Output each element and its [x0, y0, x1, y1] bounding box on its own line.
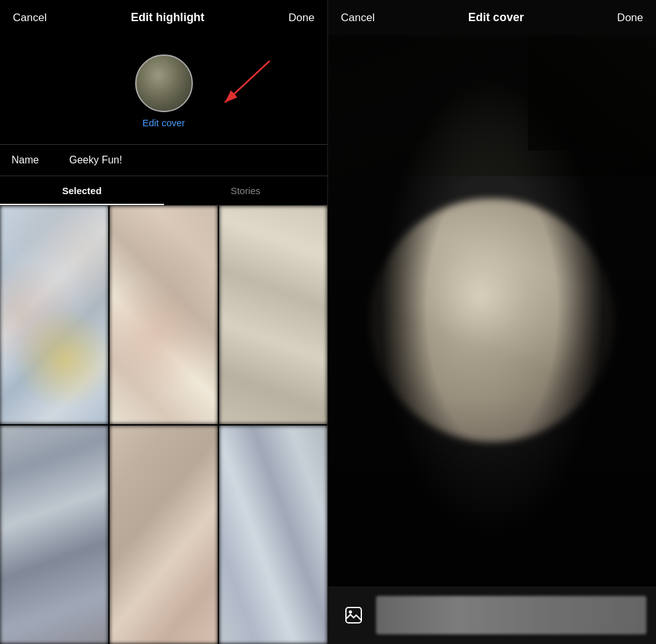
- right-cancel-button[interactable]: Cancel: [341, 12, 375, 24]
- arrow-annotation: [193, 54, 276, 121]
- cover-circle-image[interactable]: [135, 54, 193, 112]
- right-done-button[interactable]: Done: [617, 12, 643, 24]
- right-nav-title: Edit cover: [468, 11, 524, 24]
- left-cancel-button[interactable]: Cancel: [13, 12, 47, 24]
- left-panel: Cancel Edit highlight Done Edit cover Na…: [0, 0, 328, 644]
- cover-section: Edit cover: [0, 35, 327, 144]
- image-grid: [0, 206, 327, 644]
- circle-preview: [370, 199, 614, 442]
- right-nav-bar: Cancel Edit cover Done: [328, 0, 656, 35]
- edit-cover-button[interactable]: Edit cover: [142, 117, 185, 128]
- grid-cell-6[interactable]: [219, 425, 327, 644]
- grid-cell-2[interactable]: [110, 206, 218, 424]
- bottom-strip: [328, 586, 656, 644]
- left-done-button[interactable]: Done: [288, 12, 315, 24]
- circle-preview-inner: [370, 199, 614, 442]
- grid-cell-4[interactable]: [0, 425, 108, 644]
- tab-selected[interactable]: Selected: [0, 176, 164, 205]
- tabs-bar: Selected Stories: [0, 176, 327, 206]
- cover-circle-inner: [136, 56, 192, 111]
- svg-line-1: [225, 61, 270, 103]
- name-label: Name: [12, 154, 50, 166]
- right-top-texture: [528, 35, 656, 151]
- left-image-area: [0, 206, 327, 644]
- name-row: Name Geeky Fun!: [0, 144, 327, 176]
- grid-cell-5[interactable]: [110, 425, 218, 644]
- thumbnail-strip[interactable]: [376, 596, 646, 634]
- left-nav-bar: Cancel Edit highlight Done: [0, 0, 327, 35]
- tab-stories[interactable]: Stories: [164, 176, 328, 205]
- svg-rect-2: [346, 607, 361, 623]
- grid-cell-1[interactable]: [0, 206, 108, 424]
- grid-cell-3[interactable]: [219, 206, 327, 424]
- right-image-area[interactable]: [328, 35, 656, 644]
- right-panel: Cancel Edit cover Done: [328, 0, 656, 644]
- left-nav-title: Edit highlight: [131, 11, 204, 24]
- name-value[interactable]: Geeky Fun!: [69, 154, 122, 166]
- gallery-icon-button[interactable]: [338, 599, 370, 631]
- svg-point-3: [349, 611, 352, 614]
